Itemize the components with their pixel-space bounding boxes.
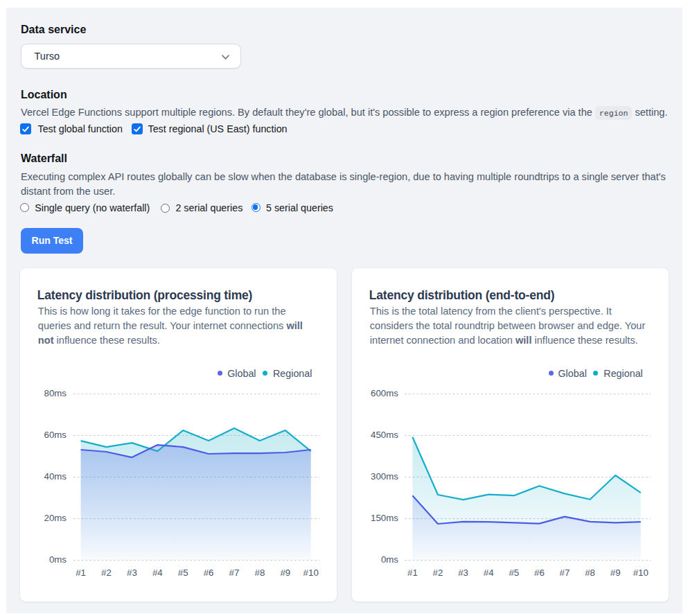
svg-text:#4: #4 <box>484 567 494 578</box>
svg-text:600ms: 600ms <box>371 388 398 398</box>
svg-text:#8: #8 <box>585 567 595 578</box>
svg-text:40ms: 40ms <box>44 471 67 482</box>
svg-text:#7: #7 <box>560 567 570 578</box>
svg-text:#1: #1 <box>407 567 418 578</box>
svg-text:#1: #1 <box>76 567 86 578</box>
svg-text:#9: #9 <box>610 567 621 578</box>
svg-text:#2: #2 <box>101 567 112 578</box>
svg-text:#9: #9 <box>280 567 290 578</box>
svg-text:150ms: 150ms <box>371 513 398 523</box>
svg-text:0ms: 0ms <box>49 554 67 565</box>
svg-text:60ms: 60ms <box>44 430 67 440</box>
svg-text:#5: #5 <box>509 567 519 578</box>
svg-text:#3: #3 <box>458 567 468 578</box>
svg-text:#10: #10 <box>303 567 319 578</box>
svg-text:#7: #7 <box>229 567 240 578</box>
svg-text:300ms: 300ms <box>371 471 398 482</box>
svg-text:#8: #8 <box>255 567 265 578</box>
svg-text:#4: #4 <box>152 567 163 578</box>
svg-text:#3: #3 <box>127 567 137 578</box>
svg-text:#6: #6 <box>204 567 214 578</box>
svg-text:20ms: 20ms <box>44 513 67 523</box>
svg-text:#5: #5 <box>178 567 188 578</box>
svg-text:#6: #6 <box>534 567 545 578</box>
svg-text:#10: #10 <box>633 567 649 578</box>
svg-text:450ms: 450ms <box>371 430 398 440</box>
svg-text:#2: #2 <box>433 567 443 578</box>
svg-text:80ms: 80ms <box>44 388 67 398</box>
svg-text:0ms: 0ms <box>381 554 398 565</box>
